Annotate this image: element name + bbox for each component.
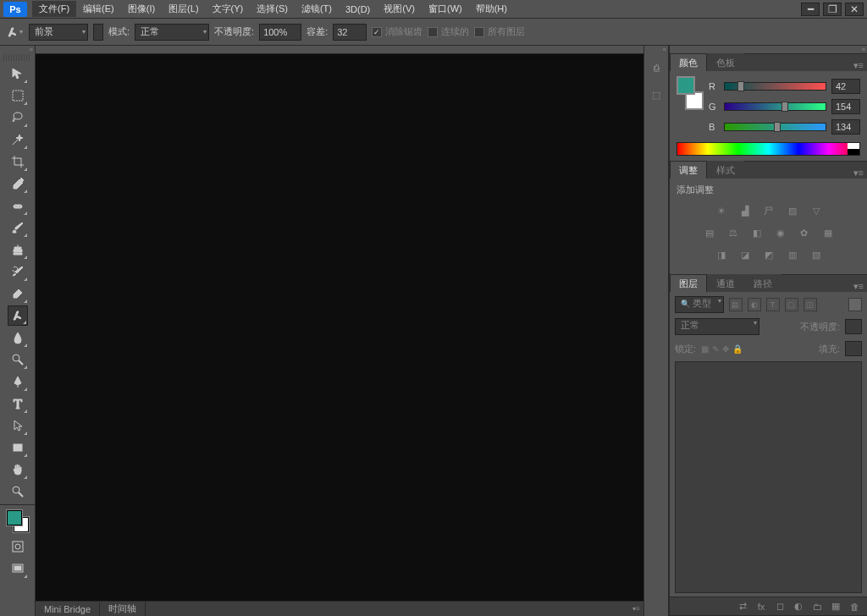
g-slider[interactable] (724, 102, 826, 111)
bottom-panel-expand[interactable]: ▾≡ (629, 605, 643, 613)
color-spectrum[interactable] (676, 142, 860, 156)
blend-mode-layer-dropdown[interactable]: 正常 (675, 318, 759, 335)
color-panel-menu[interactable]: ▾≡ (850, 60, 867, 71)
timeline-tab[interactable]: 时间轴 (100, 601, 146, 616)
menu-view[interactable]: 视图(V) (377, 1, 422, 17)
new-group-button[interactable]: 🗀 (811, 601, 823, 613)
foreground-color-swatch[interactable] (7, 510, 22, 525)
menu-file[interactable]: 文件(F) (32, 1, 76, 17)
menu-help[interactable]: 帮助(H) (469, 1, 514, 17)
menu-layer[interactable]: 图层(L) (162, 1, 205, 17)
filter-adjust-icon[interactable]: ◐ (748, 298, 761, 311)
window-maximize-button[interactable]: ❐ (823, 3, 842, 16)
window-minimize-button[interactable]: ━ (801, 3, 820, 16)
r-slider[interactable] (724, 82, 826, 91)
link-layers-button[interactable]: ⇄ (737, 601, 748, 613)
b-value-input[interactable]: 134 (831, 119, 860, 135)
properties-panel-icon[interactable]: ⬚ (646, 85, 666, 105)
pen-tool[interactable] (8, 371, 28, 392)
opacity-input[interactable]: 100% (259, 24, 301, 41)
menu-window[interactable]: 窗口(W) (422, 1, 469, 17)
paint-bucket-tool[interactable] (8, 305, 28, 326)
menu-image[interactable]: 图像(I) (121, 1, 162, 17)
filter-shape-icon[interactable]: ▢ (785, 298, 798, 311)
swatches-tab[interactable]: 色板 (707, 53, 744, 71)
layer-filter-kind[interactable]: 类型 (675, 296, 724, 313)
all-layers-checkbox[interactable]: 所有图层 (474, 25, 525, 38)
lock-all-icon[interactable]: 🔒 (732, 344, 743, 354)
screen-mode-toggle[interactable] (8, 558, 28, 579)
menu-type[interactable]: 文字(Y) (206, 1, 251, 17)
new-fill-adjustment-button[interactable]: ◐ (792, 601, 804, 613)
adjustments-panel-menu[interactable]: ▾≡ (850, 168, 867, 179)
channel-mixer-icon[interactable]: ✿ (797, 225, 812, 240)
b-slider[interactable] (724, 123, 826, 131)
vibrance-icon[interactable]: ▽ (809, 203, 824, 218)
adjustments-tab[interactable]: 调整 (670, 161, 707, 179)
color-thumb[interactable] (676, 76, 700, 110)
hue-sat-icon[interactable]: ▤ (702, 225, 717, 240)
antialias-checkbox[interactable]: 消除锯齿 (372, 25, 422, 38)
tolerance-input[interactable]: 32 (333, 24, 367, 41)
rectangle-tool[interactable] (8, 437, 28, 458)
fill-opacity-input[interactable] (845, 341, 862, 356)
lasso-tool[interactable] (8, 107, 28, 128)
invert-icon[interactable]: ◨ (714, 247, 729, 262)
posterize-icon[interactable]: ◪ (737, 247, 753, 262)
layer-fx-button[interactable]: fx (755, 601, 767, 613)
history-brush-tool[interactable] (8, 261, 28, 282)
r-value-input[interactable]: 42 (831, 79, 860, 94)
blend-mode-dropdown[interactable]: 正常 (135, 24, 209, 41)
clone-stamp-tool[interactable] (8, 239, 28, 260)
eraser-tool[interactable] (8, 283, 28, 304)
crop-tool[interactable] (8, 151, 28, 172)
toolbox-collapse[interactable]: » (0, 46, 35, 54)
color-balance-icon[interactable]: ⚖ (726, 225, 741, 240)
curves-icon[interactable]: ⼫ (761, 203, 776, 218)
type-tool[interactable] (8, 393, 28, 414)
menu-3d[interactable]: 3D(D) (339, 3, 377, 16)
dock-collapse[interactable]: « (644, 46, 668, 54)
fill-pattern-stepper[interactable] (93, 24, 103, 41)
history-panel-icon[interactable]: ⎙ (646, 58, 666, 78)
toolbox-handle[interactable] (3, 54, 31, 61)
layer-opacity-input[interactable] (845, 319, 862, 334)
g-value-input[interactable]: 154 (831, 99, 860, 114)
menu-filter[interactable]: 滤镜(T) (295, 1, 339, 17)
layers-panel-menu[interactable]: ▾≡ (850, 281, 867, 292)
brightness-contrast-icon[interactable]: ☀ (714, 203, 729, 218)
fill-source-dropdown[interactable]: 前景 (29, 24, 88, 41)
filter-type-icon[interactable]: T (766, 298, 780, 311)
exposure-icon[interactable]: ▨ (785, 203, 800, 218)
filter-toggle[interactable] (848, 298, 862, 311)
lock-transparent-icon[interactable]: ▦ (701, 344, 709, 354)
color-lookup-icon[interactable]: ▦ (820, 225, 836, 240)
filter-pixel-icon[interactable]: ▤ (729, 298, 743, 311)
color-swatches[interactable] (7, 510, 29, 532)
selective-color-icon[interactable]: ▧ (809, 247, 824, 262)
gradient-map-icon[interactable]: ▥ (785, 247, 800, 262)
quick-mask-toggle[interactable] (8, 536, 28, 557)
channels-tab[interactable]: 通道 (707, 274, 744, 292)
menu-select[interactable]: 选择(S) (250, 1, 295, 17)
lock-position-icon[interactable]: ✥ (722, 344, 729, 354)
filter-smart-icon[interactable]: ◫ (803, 298, 817, 311)
contiguous-checkbox[interactable]: 连续的 (428, 25, 469, 38)
move-tool[interactable] (8, 63, 28, 84)
minibridge-tab[interactable]: Mini Bridge (36, 602, 100, 616)
blur-tool[interactable] (8, 327, 28, 348)
lock-pixels-icon[interactable]: ✎ (712, 344, 719, 354)
marquee-tool[interactable] (8, 85, 28, 106)
brush-tool[interactable] (8, 217, 28, 238)
magic-wand-tool[interactable] (8, 129, 28, 150)
photo-filter-icon[interactable]: ◉ (773, 225, 788, 240)
dodge-tool[interactable] (8, 349, 28, 370)
current-tool-icon[interactable]: ▾ (5, 23, 24, 41)
threshold-icon[interactable]: ◩ (761, 247, 776, 262)
fg-color-thumb[interactable] (676, 76, 695, 95)
eyedropper-tool[interactable] (8, 173, 28, 194)
paths-tab[interactable]: 路径 (744, 274, 781, 292)
bw-icon[interactable]: ◧ (749, 225, 765, 240)
styles-tab[interactable]: 样式 (707, 161, 744, 179)
new-layer-button[interactable]: ▦ (830, 601, 842, 613)
